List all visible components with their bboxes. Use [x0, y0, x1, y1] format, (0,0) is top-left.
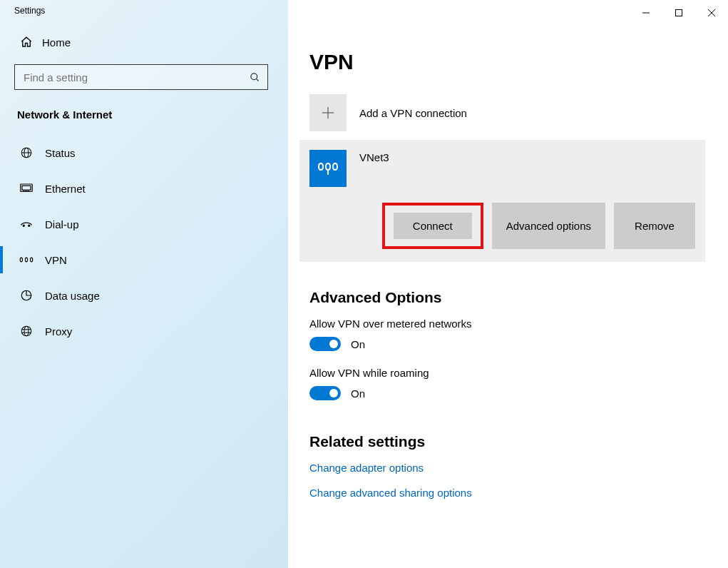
- nav-home-label: Home: [42, 36, 71, 49]
- opt-metered-toggle[interactable]: [309, 337, 341, 351]
- opt-metered-state: On: [351, 338, 365, 350]
- search-input[interactable]: [14, 64, 268, 90]
- opt-roaming-state: On: [351, 387, 365, 400]
- svg-point-12: [29, 225, 30, 226]
- sidebar-item-label: Status: [45, 147, 76, 159]
- vpn-connection-name: VNet3: [359, 150, 389, 163]
- sidebar-item-status[interactable]: Status: [0, 135, 288, 171]
- vpn-tile-icon: [309, 150, 347, 187]
- vpn-connection-card[interactable]: VNet3 Connect Advanced options Remove: [299, 140, 705, 262]
- minimize-button[interactable]: [630, 0, 662, 26]
- link-adapter-options[interactable]: Change adapter options: [309, 462, 424, 474]
- opt-roaming-toggle[interactable]: [309, 386, 341, 400]
- proxy-icon: [19, 325, 34, 338]
- dialup-icon: [19, 219, 34, 229]
- plus-icon: [309, 94, 347, 131]
- advanced-options-heading: Advanced Options: [309, 289, 707, 306]
- svg-rect-19: [676, 10, 682, 16]
- sidebar-item-label: Ethernet: [45, 183, 86, 195]
- page-title: VPN: [309, 50, 707, 74]
- sidebar-item-label: VPN: [45, 254, 67, 266]
- highlight-annotation: Connect: [382, 203, 483, 249]
- maximize-button[interactable]: [662, 0, 695, 26]
- sidebar-item-label: Proxy: [45, 325, 72, 338]
- sidebar-item-ethernet[interactable]: Ethernet: [0, 171, 288, 206]
- sidebar-item-datausage[interactable]: Data usage: [0, 278, 288, 313]
- sidebar-item-proxy[interactable]: Proxy: [0, 313, 288, 349]
- sidebar-item-dialup[interactable]: Dial-up: [0, 206, 288, 242]
- window-title: Settings: [14, 0, 288, 30]
- remove-button[interactable]: Remove: [614, 203, 695, 249]
- add-vpn-button[interactable]: Add a VPN connection: [309, 94, 707, 131]
- svg-rect-6: [22, 186, 31, 190]
- close-button[interactable]: [695, 0, 728, 26]
- link-advanced-sharing[interactable]: Change advanced sharing options: [309, 487, 472, 499]
- svg-point-11: [23, 225, 24, 226]
- sidebar-item-vpn[interactable]: VPN: [0, 242, 288, 278]
- nav-home[interactable]: Home: [14, 30, 288, 54]
- sidebar-item-label: Dial-up: [45, 218, 79, 230]
- main-content: VPN Add a VPN connection VNet3 Connect: [288, 0, 728, 568]
- add-vpn-label: Add a VPN connection: [359, 107, 467, 119]
- search-icon: [242, 72, 267, 83]
- related-settings-heading: Related settings: [309, 433, 707, 450]
- datausage-icon: [19, 289, 34, 302]
- sidebar-item-label: Data usage: [45, 290, 100, 302]
- svg-line-1: [256, 78, 258, 81]
- advanced-options-button[interactable]: Advanced options: [492, 203, 605, 249]
- sidebar: Settings Home Network & Internet Status: [0, 0, 288, 568]
- svg-point-15: [24, 326, 29, 336]
- search-field[interactable]: [15, 71, 242, 83]
- globe-icon: [19, 146, 34, 159]
- opt-metered-label: Allow VPN over metered networks: [309, 318, 707, 330]
- vpn-icon: [19, 255, 34, 265]
- ethernet-icon: [19, 183, 34, 193]
- home-icon: [19, 36, 34, 49]
- opt-roaming-label: Allow VPN while roaming: [309, 367, 707, 379]
- svg-point-14: [21, 326, 31, 336]
- connect-button[interactable]: Connect: [394, 213, 472, 239]
- svg-point-0: [250, 73, 257, 79]
- sidebar-section-header: Network & Internet: [14, 108, 288, 121]
